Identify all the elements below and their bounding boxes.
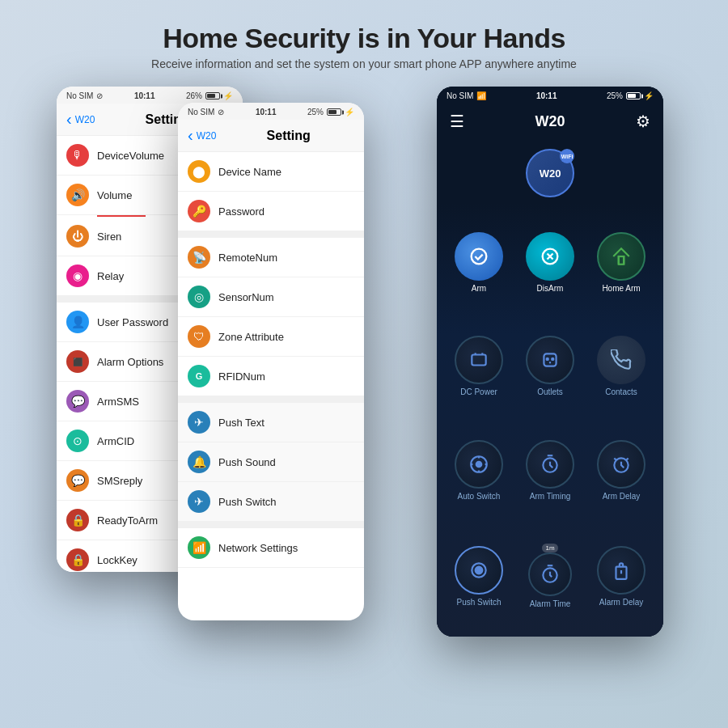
- wifi-icon: WiFi: [560, 149, 574, 163]
- arm-timing-cell[interactable]: Arm Timing: [514, 418, 586, 523]
- device-volume-label: DeviceVolume: [97, 150, 164, 162]
- arm-sms-label: ArmSMS: [97, 396, 139, 408]
- list-item[interactable]: 🔑 Password: [178, 192, 364, 231]
- dc-power-cell[interactable]: DC Power: [443, 315, 514, 419]
- phone3-battery-pct: 25%: [607, 91, 623, 100]
- home-arm-button[interactable]: [597, 232, 645, 281]
- siren-icon: ⏻: [66, 225, 89, 248]
- lock-key-label: LockKey: [97, 554, 138, 566]
- auto-switch-label: Auto Switch: [458, 492, 501, 501]
- push-text-icon: ✈: [188, 411, 210, 434]
- phone2-no-sim: No SIM: [188, 108, 214, 116]
- arm-timing-button[interactable]: [526, 440, 574, 489]
- dc-power-label: DC Power: [460, 387, 497, 396]
- phone-3: No SIM 📶 10:11 25% ⚡ ☰ W20 ⚙: [437, 87, 663, 637]
- auto-switch-button[interactable]: [455, 440, 503, 489]
- arm-delay-button[interactable]: [597, 440, 645, 489]
- device-badge: WiFi W20: [526, 149, 574, 197]
- push-switch-cell[interactable]: Push Switch: [443, 523, 514, 631]
- siren-label: Siren: [97, 231, 121, 243]
- contacts-button[interactable]: [597, 336, 645, 384]
- svg-point-0: [472, 248, 487, 264]
- list-item[interactable]: G RFIDNum: [178, 357, 364, 396]
- rfid-num-label: RFIDNum: [218, 370, 265, 383]
- outlets-cell[interactable]: Outlets: [514, 315, 586, 419]
- alarm-delay-label: Alarm Delay: [599, 598, 643, 607]
- svg-rect-2: [619, 256, 624, 265]
- phone-2: No SIM ⊘ 10:11 25% ⚡ ‹ W20 Setting ⬤ Dev…: [178, 103, 364, 620]
- dc-power-button[interactable]: [455, 336, 503, 384]
- arm-button[interactable]: [455, 232, 503, 281]
- device-name-label: Device Name: [218, 166, 281, 178]
- contacts-cell[interactable]: Contacts: [586, 315, 657, 419]
- auto-switch-cell[interactable]: Auto Switch: [443, 418, 514, 523]
- list-item[interactable]: 📶 Network Settings: [178, 528, 364, 568]
- disarm-cell[interactable]: DisArm: [514, 210, 586, 315]
- phone1-signal: ⊘: [96, 91, 103, 100]
- phone1-back-label[interactable]: W20: [75, 114, 95, 125]
- settings-gear-icon[interactable]: ⚙: [636, 112, 650, 131]
- list-item[interactable]: 🔔 Push Sound: [178, 442, 364, 482]
- phone3-app-header: ☰ W20 ⚙: [437, 104, 663, 139]
- phone2-nav-title: Setting: [222, 129, 354, 143]
- list-item[interactable]: ✈ Push Text: [178, 403, 364, 442]
- list-item[interactable]: ◎ SensorNum: [178, 277, 364, 317]
- user-password-icon: 👤: [66, 311, 89, 333]
- phone1-no-sim: No SIM: [66, 91, 93, 100]
- push-switch-button[interactable]: [455, 546, 503, 595]
- sms-reply-label: SMSreply: [97, 475, 142, 487]
- phone3-signal: 📶: [476, 91, 486, 100]
- sms-reply-icon: 💬: [66, 469, 89, 492]
- arm-delay-cell[interactable]: Arm Delay: [586, 418, 657, 523]
- device-name-icon: ⬤: [188, 160, 210, 183]
- alarm-time-cell[interactable]: 1m Alarm Time: [514, 523, 586, 631]
- page-subtitle: Receive information and set the system o…: [16, 57, 712, 70]
- hamburger-icon[interactable]: ☰: [450, 112, 464, 131]
- svg-point-11: [476, 462, 482, 468]
- phone2-menu-list: ⬤ Device Name 🔑 Password 📡 RemoteNum ◎ S…: [178, 152, 364, 568]
- volume-icon: 🔊: [66, 184, 89, 206]
- network-settings-icon: 📶: [188, 536, 210, 559]
- svg-point-7: [547, 358, 548, 360]
- arm-cid-label: ArmCID: [97, 435, 134, 447]
- list-item[interactable]: 🛡 Zone Attribute: [178, 317, 364, 357]
- arm-sms-icon: 💬: [66, 390, 89, 413]
- home-arm-label: Home Arm: [602, 284, 640, 293]
- phone2-battery-pct: 25%: [307, 108, 324, 116]
- list-item[interactable]: ⬤ Device Name: [178, 152, 364, 192]
- phone3-battery-icon: [626, 92, 641, 99]
- arm-cell[interactable]: Arm: [443, 210, 514, 315]
- user-password-label: User Password: [97, 316, 168, 328]
- remote-num-icon: 📡: [188, 246, 210, 269]
- alarm-delay-button[interactable]: [597, 546, 645, 595]
- alarm-time-button[interactable]: [528, 552, 572, 596]
- disarm-button[interactable]: [526, 232, 574, 281]
- list-item[interactable]: 📡 RemoteNum: [178, 238, 364, 277]
- phone2-back-chevron[interactable]: ‹: [188, 126, 193, 145]
- phone2-battery-icon: [327, 108, 341, 116]
- relay-icon: ◉: [66, 265, 89, 287]
- lock-key-icon: 🔒: [66, 548, 89, 571]
- list-item[interactable]: ✈ Push Switch: [178, 482, 364, 522]
- phone3-status-bar: No SIM 📶 10:11 25% ⚡: [437, 87, 663, 104]
- alarm-time-badge: 1m: [542, 544, 557, 552]
- push-sound-label: Push Sound: [218, 456, 276, 468]
- volume-label: Volume: [97, 189, 132, 201]
- phone2-back-label[interactable]: W20: [197, 130, 217, 142]
- svg-point-8: [552, 358, 553, 360]
- device-volume-icon: 🎙: [66, 144, 89, 167]
- phone1-back-chevron[interactable]: ‹: [66, 110, 72, 129]
- phone1-battery-icon: [205, 92, 220, 99]
- phone3-time: 10:11: [536, 91, 557, 100]
- outlets-button[interactable]: [526, 336, 574, 384]
- phone3-content: No SIM 📶 10:11 25% ⚡ ☰ W20 ⚙: [437, 87, 663, 637]
- alarm-delay-cell[interactable]: Alarm Delay: [586, 523, 657, 631]
- home-arm-cell[interactable]: Home Arm: [586, 210, 657, 315]
- rfid-num-icon: G: [188, 365, 210, 387]
- push-switch-label: Push Switch: [218, 496, 277, 508]
- phone1-status-bar: No SIM ⊘ 10:11 26% ⚡: [57, 87, 243, 104]
- arm-timing-label: Arm Timing: [530, 492, 571, 501]
- phone2-status-bar: No SIM ⊘ 10:11 25% ⚡: [178, 103, 364, 120]
- zone-attribute-icon: 🛡: [188, 325, 210, 348]
- phone2-time: 10:11: [256, 108, 277, 116]
